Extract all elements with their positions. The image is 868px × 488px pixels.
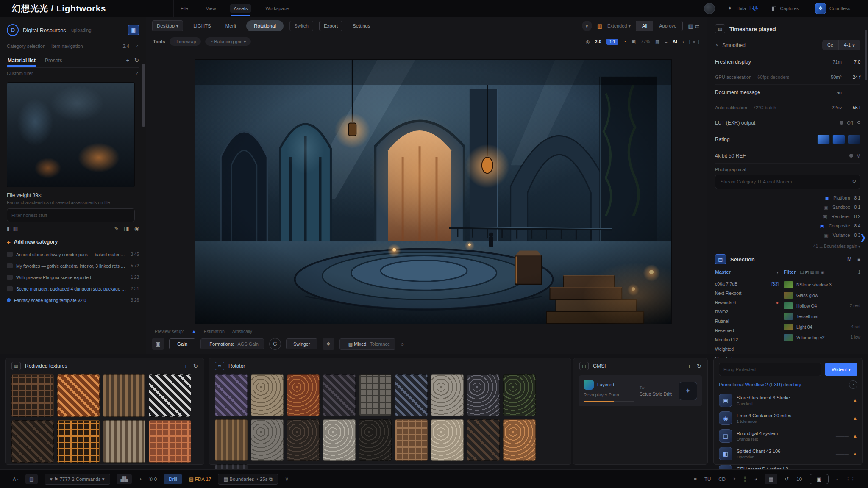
filter-column-title[interactable]: Filter: [784, 269, 796, 274]
topbar-action[interactable]: ✦ Thita 同步: [728, 5, 759, 11]
segment-approve[interactable]: Approve: [653, 21, 682, 30]
viewport-toolbar-button[interactable]: Merit: [221, 21, 241, 30]
viewport-footer-control[interactable]: ❖: [323, 338, 334, 350]
viewport-footer-control[interactable]: G: [269, 338, 281, 350]
status-bar-item[interactable]: ▟▙: [117, 474, 132, 484]
segment-all[interactable]: All: [636, 21, 653, 30]
filter-list-item[interactable]: Tessell mat: [784, 311, 860, 322]
topbar-action[interactable]: ❖ Countless: [815, 3, 854, 14]
property-row[interactable]: Document message an: [715, 85, 860, 100]
rating-chip[interactable]: [848, 135, 860, 144]
meta-action-icon[interactable]: ◨: [124, 225, 129, 232]
viewport-3d-scene[interactable]: [195, 59, 672, 324]
ref-state[interactable]: M: [857, 153, 860, 158]
meta-action-icon[interactable]: ✎: [114, 225, 119, 232]
category-select[interactable]: Category selection: [7, 44, 45, 49]
workflow-link-circle-icon[interactable]: ◔: [849, 380, 857, 389]
viewport-status-icon[interactable]: ≡: [665, 39, 667, 44]
viewport-footer-control[interactable]: Swinger: [286, 338, 317, 349]
status-bar-item[interactable]: ▦: [765, 474, 777, 484]
viewport-toolbar-button[interactable]: Export: [319, 21, 342, 31]
tab-material-list[interactable]: Material list: [7, 55, 36, 66]
workflow-list-item[interactable]: ◧ Spitted Chant 42 L06 Operation ——— ▲: [714, 445, 862, 463]
status-bar-item[interactable]: ⋮⋮: [846, 476, 855, 482]
asset-history-item[interactable]: With preview Phogma scene exported 1 23: [7, 272, 139, 283]
nav-select[interactable]: Item navigation: [51, 44, 83, 49]
asset-history-item[interactable]: Scene manager: packaged 4 dungeon sets, …: [7, 283, 139, 294]
filter-list-item[interactable]: Hollow Q4 2 rest: [784, 300, 860, 311]
status-bar-item[interactable]: ▪: [836, 477, 838, 482]
texture-tile[interactable]: [11, 374, 54, 417]
misc-glyph[interactable]: ▥ ⇄: [688, 23, 699, 29]
master-list-item[interactable]: Reserved: [715, 326, 779, 335]
property-row[interactable]: Freshen display 71m 7.0: [715, 54, 860, 69]
workflow-link[interactable]: Promotional Workflow 2 (EXR) directory: [719, 382, 849, 387]
master-list-item[interactable]: Rutmel: [715, 316, 779, 326]
filter-column-icons[interactable]: ▤ ◩ ▦ ▥ ▣: [800, 270, 824, 274]
master-list-item[interactable]: Modified 12: [715, 335, 779, 344]
asset-preview-thumbnail[interactable]: [7, 82, 135, 187]
boundaries-row[interactable]: 41 ⊥ Boundaries again ▾: [715, 244, 860, 249]
viewport-status-icon[interactable]: 2.0: [595, 39, 601, 44]
workflow-list-item[interactable]: ▤ Round gal 4 system Orange rest ——— ▲: [714, 427, 862, 445]
left-panel-scrollbar[interactable]: [142, 64, 145, 127]
status-bar-item[interactable]: Drill: [164, 474, 182, 484]
tab-presets[interactable]: Presets: [44, 55, 63, 66]
texture-tile[interactable]: [57, 420, 100, 463]
filter-list-item[interactable]: Light 04 4 set: [784, 322, 860, 332]
refresh-icon[interactable]: ↻: [697, 363, 701, 369]
transfer-card[interactable]: Layered Revo player Pano Tw Setup Style …: [579, 375, 702, 406]
master-list-item[interactable]: Next Flexport: [715, 288, 779, 298]
texture-tile[interactable]: [287, 419, 320, 461]
search-refresh-icon[interactable]: ↻: [852, 178, 856, 184]
texture-tile[interactable]: [287, 374, 320, 416]
viewport-status-icon[interactable]: ‹: [682, 39, 684, 44]
menu-item[interactable]: View: [203, 4, 220, 13]
status-bar-item[interactable]: ⏵: [733, 476, 736, 482]
texture-tile[interactable]: [395, 374, 428, 416]
status-bar-item[interactable]: ▩ FDA 17: [189, 476, 211, 482]
check-row[interactable]: ▣ Composite 8 4: [715, 221, 860, 230]
meta-action-icon[interactable]: ◉: [134, 225, 139, 232]
status-bar-item[interactable]: ◕: [754, 477, 757, 482]
filter-list-item[interactable]: NStone shadow 3: [784, 279, 860, 290]
chevron-down-icon[interactable]: ∨: [582, 21, 592, 31]
texture-tile[interactable]: [103, 374, 145, 417]
workflow-list-item[interactable]: ▣ Stored treatment 6 Stroke Checked ——— …: [714, 391, 862, 409]
texture-tile[interactable]: [503, 419, 536, 461]
master-column-chevron[interactable]: ▾: [776, 270, 779, 274]
texture-tile[interactable]: [11, 420, 54, 463]
menu-item[interactable]: Assets: [230, 4, 251, 13]
breadcrumb-homewrap[interactable]: Homewrap: [170, 37, 201, 46]
select-check-icon[interactable]: ✓: [135, 44, 139, 49]
rating-chip[interactable]: [817, 135, 830, 144]
viewport-status-icon[interactable]: ▦: [655, 39, 659, 44]
lut-state[interactable]: Off: [847, 120, 853, 125]
status-bar-item[interactable]: ↺: [785, 476, 789, 482]
add-icon[interactable]: +: [688, 363, 691, 369]
master-list-item[interactable]: Weighted: [715, 344, 779, 354]
texture-tile[interactable]: [251, 374, 284, 416]
asset-history-item[interactable]: Ancient stone archway corridor pack — ba…: [7, 249, 139, 260]
viewport-status-icon[interactable]: 1:1: [606, 39, 618, 45]
check-row[interactable]: ▣ Variance 8 3: [715, 230, 860, 240]
viewport-toolbar-button[interactable]: Desktop ▾: [152, 20, 183, 31]
breadcrumb-balancing-grid[interactable]: ◔ Balancing grid ▾: [205, 37, 251, 46]
viewport-toolbar-button[interactable]: LIGHTS: [189, 21, 215, 30]
texture-tile[interactable]: [431, 374, 464, 416]
texture-tile[interactable]: [503, 374, 536, 416]
extended-dropdown[interactable]: Extended ▾: [607, 23, 631, 29]
status-bar-item[interactable]: Λ ·: [13, 477, 19, 482]
texture-tile[interactable]: [395, 419, 428, 461]
status-bar-item[interactable]: ▤ Boundaries ◔ 25s ⧉: [218, 474, 278, 485]
right-panel-scrollbar[interactable]: [865, 30, 867, 80]
texture-tile[interactable]: [323, 374, 356, 416]
add-icon[interactable]: +: [184, 363, 188, 369]
viewport-status-icon[interactable]: AI: [673, 39, 677, 44]
status-bar-item[interactable]: TU: [704, 477, 711, 482]
check-row[interactable]: ▣ Renderer 8 2: [715, 212, 860, 221]
viewport-toolbar-button[interactable]: Switch: [289, 21, 313, 31]
status-bar-item[interactable]: CD: [718, 477, 726, 482]
wident-button[interactable]: Wident ▾: [825, 363, 857, 376]
selection-menu-icon[interactable]: ≡: [857, 256, 860, 262]
